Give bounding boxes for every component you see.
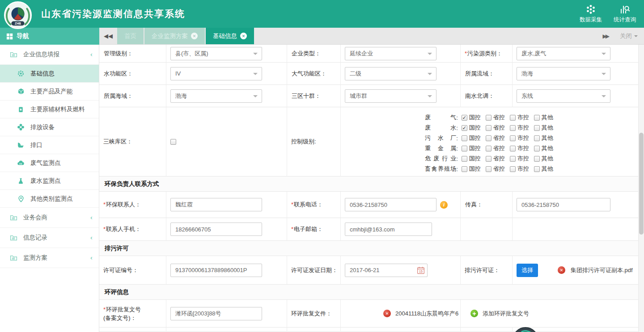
tab-home[interactable]: 首页	[117, 28, 144, 44]
tab-basic-info[interactable]: 基础信息 ✕	[206, 28, 254, 44]
enterprise-type-select[interactable]: 延续企业	[345, 47, 436, 60]
eia-doc-number-input[interactable]	[170, 307, 262, 320]
control-checkbox-r2-c1[interactable]: 省控	[486, 134, 505, 142]
control-checkbox-r4-c0[interactable]: 国控	[462, 155, 481, 163]
water-function-zone-select[interactable]: IV	[170, 67, 262, 80]
checkbox-icon[interactable]	[510, 115, 516, 121]
mobile-input[interactable]	[170, 223, 262, 236]
checkbox-icon[interactable]	[486, 135, 491, 141]
sidebar-item-outlet[interactable]: 排口	[0, 136, 99, 154]
tabs-scroll-right-button[interactable]: ▶▶	[603, 33, 608, 39]
tabs-scroll-left-button[interactable]: ◀◀	[99, 28, 117, 44]
field-label: 排污许可证：	[465, 266, 500, 274]
air-function-zone-select[interactable]: 二级	[345, 67, 436, 80]
checkbox-icon[interactable]	[462, 146, 467, 151]
checkbox-icon[interactable]	[510, 125, 516, 131]
fax-input[interactable]	[517, 198, 610, 211]
pollution-source-type-select[interactable]: 废水,废气	[517, 47, 610, 60]
control-checkbox-r2-c3[interactable]: 其他	[534, 134, 553, 142]
control-checkbox-r5-c0[interactable]: 国控	[462, 165, 481, 173]
control-checkbox-r4-c2[interactable]: 市控	[510, 155, 529, 163]
checkbox-icon[interactable]	[534, 156, 540, 162]
control-checkbox-r1-c0[interactable]: 国控	[462, 124, 481, 132]
permit-date-input[interactable]	[345, 264, 428, 277]
checkbox-icon[interactable]	[462, 115, 467, 121]
checkbox-icon[interactable]	[486, 115, 491, 121]
checkbox-icon[interactable]	[510, 135, 516, 141]
info-icon[interactable]: i	[440, 201, 448, 209]
control-checkbox-r3-c3[interactable]: 其他	[534, 144, 553, 152]
three-zones-ten-clusters-select[interactable]: 城市群	[345, 89, 436, 103]
email-input[interactable]	[345, 223, 432, 236]
checkbox-icon[interactable]	[534, 166, 540, 172]
checkbox-icon[interactable]	[462, 135, 467, 141]
sidebar-item-products[interactable]: 主要产品及产能	[0, 83, 99, 101]
checkbox-icon[interactable]	[486, 125, 491, 131]
control-checkbox-r0-c3[interactable]: 其他	[534, 113, 553, 122]
checkbox-icon[interactable]	[486, 146, 491, 151]
sidebar-item-other-points[interactable]: 其他类别监测点	[0, 190, 99, 208]
close-menu-button[interactable]: 关闭	[620, 32, 638, 40]
checkbox-icon[interactable]	[462, 125, 467, 131]
control-checkbox-r5-c2[interactable]: 市控	[510, 165, 529, 173]
control-checkbox-r4-c3[interactable]: 其他	[534, 155, 553, 163]
add-eia-doc-link[interactable]: 添加环评批复文号	[483, 310, 529, 318]
control-checkbox-r1-c2[interactable]: 市控	[510, 124, 529, 132]
control-checkbox-r1-c1[interactable]: 省控	[486, 124, 505, 132]
control-checkbox-r4-c1[interactable]: 省控	[486, 155, 505, 163]
nav-toggle[interactable]: 导航	[0, 28, 99, 45]
control-checkbox-r2-c0[interactable]: 国控	[462, 134, 481, 142]
control-checkbox-r5-c1[interactable]: 省控	[486, 165, 505, 173]
close-tab-icon[interactable]: ✕	[191, 33, 198, 39]
sidebar-item-waste-water-points[interactable]: 废水监测点	[0, 172, 99, 190]
checkbox-icon[interactable]	[534, 115, 540, 121]
permit-number-input[interactable]	[170, 264, 262, 277]
sidebar-group-info-records[interactable]: 信息记录 ‹	[0, 228, 99, 248]
add-icon[interactable]: +	[470, 310, 478, 317]
control-checkbox-r3-c2[interactable]: 市控	[510, 144, 529, 152]
checkbox-icon[interactable]	[462, 156, 467, 162]
control-checkbox-r0-c2[interactable]: 市控	[510, 113, 529, 122]
checkbox-icon[interactable]	[462, 166, 467, 172]
sidebar-item-emission-equipment[interactable]: 排放设备	[0, 118, 99, 136]
control-checkbox-r3-c1[interactable]: 省控	[486, 144, 505, 152]
sidebar-group-business-consult[interactable]: 业务会商 ‹	[0, 208, 99, 228]
env-contact-person-input[interactable]	[170, 198, 262, 211]
eia-file-name[interactable]: 20041118山东晨鸣年产6	[395, 310, 458, 318]
calendar-icon[interactable]: 15	[417, 266, 425, 274]
sidebar-item-basic-info[interactable]: 基础信息	[0, 65, 99, 83]
data-collect-button[interactable]: 数据采集	[580, 4, 602, 24]
river-basin-select[interactable]: 渤海	[517, 67, 610, 80]
control-checkbox-r1-c3[interactable]: 其他	[534, 124, 553, 132]
checkbox-icon[interactable]	[510, 166, 516, 172]
three-gorges-checkbox[interactable]	[170, 139, 176, 145]
control-checkbox-r2-c2[interactable]: 市控	[510, 134, 529, 142]
checkbox-icon[interactable]	[534, 146, 540, 151]
permit-file-name[interactable]: 集团排污许可证副本.pdf	[571, 266, 633, 274]
delete-file-icon[interactable]: ✕	[383, 310, 391, 317]
control-checkbox-r3-c0[interactable]: 国控	[462, 144, 481, 152]
checkbox-icon[interactable]	[510, 146, 516, 151]
sea-area-select[interactable]: 渤海	[170, 89, 262, 103]
sidebar-item-materials-fuel[interactable]: 主要原辅材料及燃料	[0, 101, 99, 118]
south-north-water-select[interactable]: 东线	[517, 89, 610, 103]
sidebar-group-enterprise-info[interactable]: 企业信息填报 ‹	[0, 45, 99, 65]
checkbox-icon[interactable]	[486, 166, 491, 172]
scrollbar-thumb[interactable]	[639, 133, 644, 235]
control-checkbox-r5-c3[interactable]: 其他	[534, 165, 553, 173]
control-checkbox-r0-c0[interactable]: 国控	[462, 113, 481, 122]
contact-phone-input[interactable]	[345, 198, 436, 211]
delete-file-icon[interactable]: ✕	[558, 266, 565, 274]
sidebar-group-monitor-plan[interactable]: 监测方案 ‹	[0, 248, 99, 268]
checkbox-icon[interactable]	[534, 125, 540, 131]
close-tab-icon[interactable]: ✕	[240, 33, 247, 39]
stats-query-button[interactable]: 统计查询	[614, 4, 636, 24]
checkbox-icon[interactable]	[486, 156, 491, 162]
management-level-select[interactable]: 县(市、区属)	[170, 47, 262, 60]
control-checkbox-r0-c1[interactable]: 省控	[486, 113, 505, 122]
checkbox-icon[interactable]	[534, 135, 540, 141]
choose-file-button[interactable]: 选择	[517, 264, 538, 277]
tab-enterprise-monitor-plan[interactable]: 企业监测方案 ✕	[144, 28, 205, 44]
sidebar-item-waste-gas-points[interactable]: 废气监测点	[0, 154, 99, 172]
checkbox-icon[interactable]	[510, 156, 516, 162]
